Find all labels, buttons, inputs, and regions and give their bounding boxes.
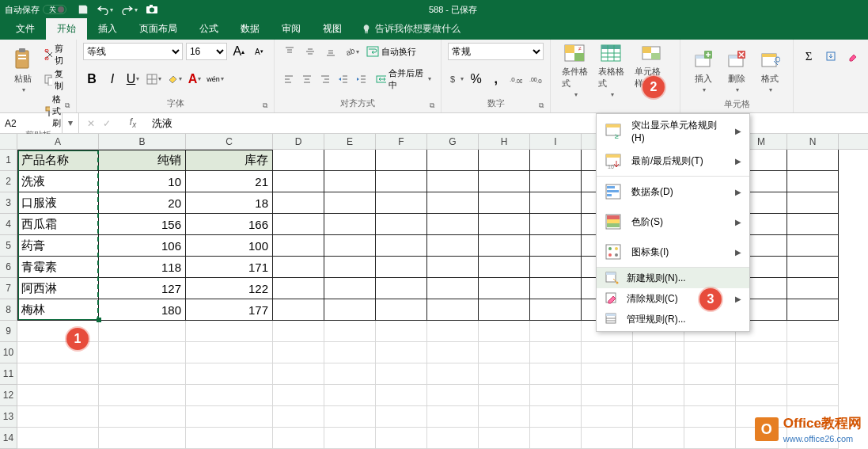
- format-painter-button[interactable]: 格式刷: [41, 93, 70, 129]
- tab-insert[interactable]: 插入: [87, 18, 128, 40]
- cell[interactable]: 产品名称: [17, 150, 99, 171]
- row-header[interactable]: 9: [0, 321, 17, 342]
- cell[interactable]: [376, 428, 427, 449]
- cell[interactable]: [633, 406, 684, 428]
- cell[interactable]: [273, 385, 324, 406]
- cell[interactable]: 纯销: [99, 150, 186, 171]
- cell[interactable]: [17, 428, 99, 449]
- dialog-launcher-icon[interactable]: ⧉: [539, 101, 548, 111]
- col-E[interactable]: E: [324, 134, 376, 149]
- dialog-launcher-icon[interactable]: ⧉: [263, 101, 272, 111]
- row-header[interactable]: 8: [0, 299, 17, 321]
- cancel-icon[interactable]: ✕: [87, 118, 95, 129]
- row-header[interactable]: 13: [0, 406, 17, 428]
- undo-icon[interactable]: ▾: [97, 4, 113, 15]
- cell[interactable]: [273, 171, 324, 192]
- bold-button[interactable]: B: [83, 70, 100, 88]
- format-as-table-button[interactable]: 表格格式▾: [593, 43, 630, 98]
- cell[interactable]: [479, 278, 530, 299]
- dialog-launcher-icon[interactable]: ⧉: [430, 101, 439, 111]
- formula-input[interactable]: [147, 113, 868, 133]
- tab-data[interactable]: 数据: [229, 18, 271, 40]
- paste-button[interactable]: 粘贴▾: [6, 43, 40, 98]
- cell[interactable]: [186, 342, 273, 363]
- cell[interactable]: [427, 342, 479, 363]
- cell[interactable]: [376, 235, 427, 257]
- cell[interactable]: [17, 385, 99, 406]
- col-G[interactable]: G: [427, 134, 479, 149]
- align-middle-icon[interactable]: [301, 43, 319, 60]
- row-header[interactable]: 7: [0, 278, 17, 299]
- cell[interactable]: [787, 342, 839, 363]
- row-header[interactable]: 11: [0, 363, 17, 385]
- decrease-decimal-icon[interactable]: .00.0: [527, 70, 544, 88]
- col-A[interactable]: A: [17, 134, 99, 149]
- fill-color-button[interactable]: ▾: [165, 70, 183, 88]
- cell[interactable]: 21: [186, 171, 273, 192]
- cell[interactable]: [99, 321, 186, 342]
- cell[interactable]: [684, 363, 736, 385]
- cell[interactable]: [376, 385, 427, 406]
- font-color-button[interactable]: A▾: [186, 70, 203, 88]
- italic-button[interactable]: I: [104, 70, 121, 88]
- cell[interactable]: [530, 363, 582, 385]
- cell[interactable]: 166: [186, 214, 273, 235]
- col-B[interactable]: B: [99, 134, 186, 149]
- cell[interactable]: [324, 363, 376, 385]
- cell[interactable]: 20: [99, 192, 186, 214]
- align-right-icon[interactable]: [317, 70, 332, 88]
- cell[interactable]: [273, 257, 324, 278]
- cell[interactable]: [376, 171, 427, 192]
- cell[interactable]: 药膏: [17, 235, 99, 257]
- cell[interactable]: 梅林: [17, 299, 99, 321]
- tab-review[interactable]: 审阅: [271, 18, 312, 40]
- cell[interactable]: [633, 363, 684, 385]
- cell[interactable]: [530, 428, 582, 449]
- cell[interactable]: 青霉素: [17, 257, 99, 278]
- copy-button[interactable]: 复制: [41, 68, 70, 92]
- align-left-icon[interactable]: [281, 70, 296, 88]
- cell[interactable]: [427, 257, 479, 278]
- cell[interactable]: [99, 428, 186, 449]
- cell[interactable]: [479, 192, 530, 214]
- col-D[interactable]: D: [273, 134, 324, 149]
- cell[interactable]: [324, 150, 376, 171]
- percent-icon[interactable]: %: [468, 70, 484, 88]
- cell[interactable]: [17, 342, 99, 363]
- cell[interactable]: [633, 385, 684, 406]
- row-header[interactable]: 3: [0, 192, 17, 214]
- cell[interactable]: [273, 150, 324, 171]
- cell[interactable]: 18: [186, 192, 273, 214]
- row-header[interactable]: 1: [0, 150, 17, 171]
- cell[interactable]: [530, 171, 582, 192]
- dialog-launcher-icon[interactable]: ⧉: [65, 101, 74, 111]
- cell[interactable]: [582, 385, 633, 406]
- cell[interactable]: [324, 385, 376, 406]
- cell[interactable]: [324, 428, 376, 449]
- cell[interactable]: [324, 342, 376, 363]
- cell[interactable]: [427, 385, 479, 406]
- cell[interactable]: [479, 257, 530, 278]
- cell[interactable]: [273, 278, 324, 299]
- cell[interactable]: 118: [99, 257, 186, 278]
- cell[interactable]: [787, 171, 839, 192]
- cell[interactable]: [479, 428, 530, 449]
- tab-layout[interactable]: 页面布局: [128, 18, 188, 40]
- cell[interactable]: [787, 214, 839, 235]
- row-header[interactable]: 10: [0, 342, 17, 363]
- cell[interactable]: 口服液: [17, 192, 99, 214]
- cell[interactable]: 127: [99, 278, 186, 299]
- menu-highlight-rules[interactable]: ≥ 突出显示单元格规则(H)▶: [597, 116, 749, 146]
- conditional-formatting-button[interactable]: ≠ 条件格式▾: [557, 43, 593, 98]
- cell[interactable]: [427, 214, 479, 235]
- cell[interactable]: [376, 342, 427, 363]
- cell[interactable]: [427, 406, 479, 428]
- row-header[interactable]: 5: [0, 235, 17, 257]
- border-button[interactable]: ▾: [145, 70, 162, 88]
- cell[interactable]: [273, 363, 324, 385]
- tab-home[interactable]: 开始: [46, 18, 87, 40]
- cell[interactable]: [376, 214, 427, 235]
- menu-clear-rules[interactable]: 清除规则(C)▶: [597, 288, 749, 309]
- cell[interactable]: [633, 428, 684, 449]
- cell[interactable]: [787, 299, 839, 321]
